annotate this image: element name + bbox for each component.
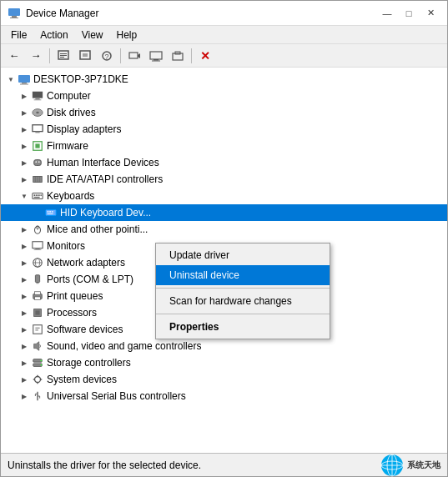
storage-expand-icon[interactable]: ▶ xyxy=(18,356,31,369)
status-logo-area: 系统天地 xyxy=(380,454,440,477)
tb-icon-6[interactable] xyxy=(168,47,188,65)
tb-icon-3[interactable]: ? xyxy=(97,47,117,65)
svg-rect-21 xyxy=(20,84,28,85)
soft-icon xyxy=(31,323,44,336)
ctx-properties[interactable]: Properties xyxy=(156,317,330,337)
keyboards-expand-icon[interactable]: ▼ xyxy=(18,189,31,203)
svg-rect-62 xyxy=(35,292,41,295)
tb-icon-4[interactable] xyxy=(124,47,144,65)
disk-icon xyxy=(31,106,44,119)
hid-keyboard-icon xyxy=(44,206,58,219)
hid-keyboard-expand-icon[interactable] xyxy=(31,206,44,219)
monitors-icon xyxy=(31,239,44,253)
computer-icon xyxy=(31,89,44,103)
app-icon xyxy=(8,7,21,20)
tree-item-keyboards[interactable]: ▼ Keyboards xyxy=(1,188,447,204)
tb-forward-button[interactable]: → xyxy=(26,47,46,65)
soft-expand-icon[interactable]: ▶ xyxy=(18,323,31,336)
svg-rect-48 xyxy=(48,213,53,214)
monitors-expand-icon[interactable]: ▶ xyxy=(18,239,31,253)
menu-action[interactable]: Action xyxy=(33,28,74,43)
tree-item-computer[interactable]: ▶ Computer xyxy=(1,88,447,104)
disk-expand-icon[interactable]: ▶ xyxy=(18,106,31,119)
menu-bar: File Action View Help xyxy=(1,26,447,44)
storage-label: Storage controllers xyxy=(47,357,131,369)
print-label: Print queues xyxy=(47,290,103,302)
ports-expand-icon[interactable]: ▶ xyxy=(18,273,31,286)
network-icon xyxy=(31,256,44,269)
minimize-button[interactable]: — xyxy=(377,6,397,21)
ctx-scan-changes[interactable]: Scan for hardware changes xyxy=(156,291,330,311)
tb-icon-2[interactable] xyxy=(75,47,95,65)
svg-rect-30 xyxy=(35,143,39,148)
sound-label: Sound, video and game controllers xyxy=(47,340,201,352)
svg-rect-46 xyxy=(49,211,51,212)
tb-back-button[interactable]: ← xyxy=(4,47,24,65)
svg-rect-63 xyxy=(35,297,41,300)
tree-item-disk[interactable]: ▶ Disk drives xyxy=(1,104,447,121)
tree-item-sound[interactable]: ▶ Sound, video and game controllers xyxy=(1,338,447,354)
svg-rect-12 xyxy=(129,53,138,58)
tree-item-display[interactable]: ▶ Display adapters xyxy=(1,121,447,138)
tree-item-hid-keyboard[interactable]: HID Keyboard Dev... xyxy=(1,204,447,221)
mice-expand-icon[interactable]: ▶ xyxy=(18,223,31,236)
logo-globe-icon xyxy=(380,454,404,477)
tb-separator-1 xyxy=(49,48,50,63)
svg-point-74 xyxy=(35,377,41,383)
svg-text:?: ? xyxy=(104,53,108,61)
system-expand-icon[interactable]: ▶ xyxy=(18,373,31,386)
tree-item-ide[interactable]: ▶ IDE ATA/ATAPI controllers xyxy=(1,171,447,188)
proc-expand-icon[interactable]: ▶ xyxy=(18,306,31,319)
hid-icon xyxy=(31,156,44,169)
menu-help[interactable]: Help xyxy=(110,28,144,43)
computer-expand-icon[interactable]: ▶ xyxy=(18,89,31,103)
firmware-icon xyxy=(31,139,44,153)
maximize-button[interactable]: □ xyxy=(399,6,419,21)
print-expand-icon[interactable]: ▶ xyxy=(18,289,31,303)
ide-expand-icon[interactable]: ▶ xyxy=(18,173,31,186)
svg-rect-2 xyxy=(10,18,18,18)
close-button[interactable]: ✕ xyxy=(420,6,440,21)
ctx-uninstall-device[interactable]: Uninstall device xyxy=(156,265,330,285)
svg-rect-24 xyxy=(34,99,42,100)
usb-expand-icon[interactable]: ▶ xyxy=(18,389,31,403)
proc-label: Processors xyxy=(47,307,97,319)
ports-icon xyxy=(31,273,44,286)
menu-view[interactable]: View xyxy=(75,28,110,43)
network-expand-icon[interactable]: ▶ xyxy=(18,256,31,269)
tree-root[interactable]: ▼ DESKTOP-3P71DKE xyxy=(1,71,447,88)
firmware-label: Firmware xyxy=(47,140,88,152)
tree-item-storage[interactable]: ▶ Storage controllers xyxy=(1,354,447,371)
display-expand-icon[interactable]: ▶ xyxy=(18,123,31,136)
menu-file[interactable]: File xyxy=(4,28,33,43)
tree-item-usb[interactable]: ▶ Universal Serial Bus controllers xyxy=(1,388,447,404)
svg-rect-31 xyxy=(34,160,42,166)
status-text: Uninstalls the driver for the selected d… xyxy=(8,459,374,471)
tb-delete-button[interactable]: ✕ xyxy=(195,47,215,65)
tb-icon-1[interactable] xyxy=(53,47,73,65)
tree-item-mice[interactable]: ▶ Mice and other pointi... xyxy=(1,221,447,238)
firmware-expand-icon[interactable]: ▶ xyxy=(18,139,31,153)
hid-expand-icon[interactable]: ▶ xyxy=(18,156,31,169)
ctx-separator-2 xyxy=(156,314,330,314)
svg-rect-27 xyxy=(33,125,43,132)
root-icon xyxy=(18,73,31,86)
keyboards-icon xyxy=(31,189,44,203)
root-expand-icon[interactable]: ▼ xyxy=(4,73,18,86)
sound-expand-icon[interactable]: ▶ xyxy=(18,339,31,353)
network-label: Network adapters xyxy=(47,257,125,269)
svg-rect-20 xyxy=(22,83,27,84)
tree-item-system[interactable]: ▶ System devices xyxy=(1,371,447,388)
svg-rect-6 xyxy=(60,57,64,58)
svg-point-33 xyxy=(38,161,40,163)
tb-separator-3 xyxy=(191,48,192,63)
root-label: DESKTOP-3P71DKE xyxy=(33,73,128,85)
tree-item-hid[interactable]: ▶ Human Interface Devices xyxy=(1,154,447,171)
tree-item-firmware[interactable]: ▶ Firmware xyxy=(1,138,447,154)
svg-point-73 xyxy=(41,364,43,366)
monitors-label: Monitors xyxy=(47,240,85,252)
usb-icon xyxy=(31,389,44,403)
tb-icon-5[interactable] xyxy=(146,47,166,65)
ctx-update-driver[interactable]: Update driver xyxy=(156,245,330,265)
usb-label: Universal Serial Bus controllers xyxy=(47,390,186,402)
